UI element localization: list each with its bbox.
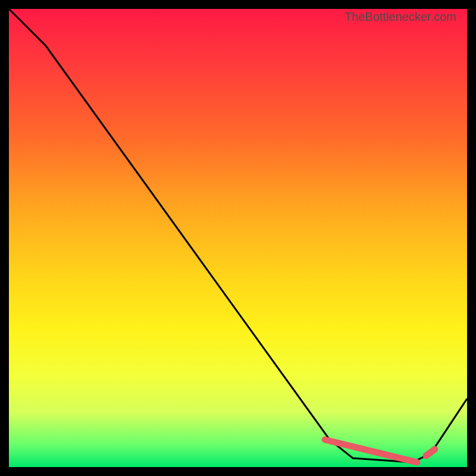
chart-svg bbox=[9, 9, 467, 467]
chart-stage: TheBottlenecker.com bbox=[0, 0, 476, 476]
chart-plot-area: TheBottlenecker.com bbox=[9, 9, 467, 467]
curve-line bbox=[9, 9, 467, 462]
highlight-segment-2 bbox=[426, 449, 435, 456]
